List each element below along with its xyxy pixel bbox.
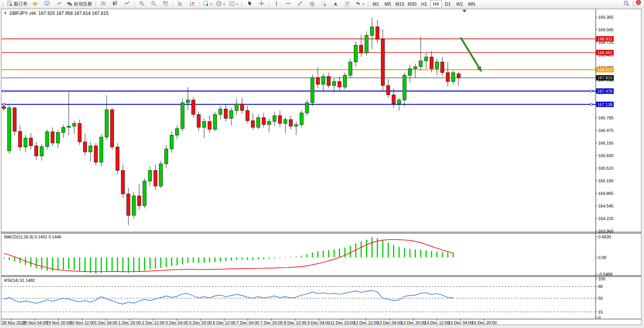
periods-button[interactable]: ▼ — [214, 0, 227, 8]
ohlc-bars-icon — [100, 0, 106, 8]
line-anchor-handle[interactable] — [3, 90, 5, 92]
svg-text:-0.5488: -0.5488 — [598, 272, 612, 277]
timeframe-mn-button[interactable]: MN — [466, 0, 477, 8]
candlestick-icon — [112, 0, 118, 8]
svg-text:15 Dec 20:00: 15 Dec 20:00 — [472, 320, 496, 325]
chart-window-frame — [2, 9, 641, 325]
zoom-in-icon — [139, 0, 145, 8]
svg-text:163.900: 163.900 — [598, 229, 613, 233]
svg-text:165.190: 165.190 — [598, 178, 613, 183]
timeframe-h4-button[interactable]: H4 — [430, 0, 442, 8]
chart-canvas[interactable]: 169.365169.045168.725168.405168.080167.7… — [0, 0, 644, 328]
svg-text:F: F — [324, 3, 326, 6]
chart-autoscroll-button[interactable] — [175, 0, 186, 8]
svg-text:166.795: 166.795 — [598, 116, 613, 120]
text-tool-icon: A — [334, 2, 337, 6]
svg-text:8 Dec 12:00: 8 Dec 12:00 — [284, 320, 306, 325]
line-chart-icon — [124, 0, 130, 8]
search-icon[interactable] — [623, 0, 630, 8]
line-anchor-handle[interactable] — [3, 103, 5, 105]
svg-text:165.510: 165.510 — [598, 166, 613, 170]
toolbar-separator — [269, 1, 269, 7]
arrow-objects-icon — [355, 0, 361, 8]
line-anchor-handle[interactable] — [590, 103, 592, 105]
text-label-tool-button[interactable]: T — [342, 0, 353, 8]
terminal-button[interactable] — [41, 0, 53, 8]
svg-text:7 Dec 20:00: 7 Dec 20:00 — [260, 320, 283, 325]
svg-text:7 Dec 04:00: 7 Dec 04:00 — [236, 320, 259, 325]
svg-text:164.225: 164.225 — [598, 216, 613, 221]
crosshair-tool-button[interactable] — [256, 0, 267, 8]
svg-text:14 Dec 12:00: 14 Dec 12:00 — [424, 320, 449, 325]
timeframe-m30-button[interactable]: M30 — [406, 0, 418, 8]
macd-indicator-label: MACD(12,26,9) 0.1451 0.1446 — [4, 235, 61, 239]
candlestick-mode-button[interactable] — [109, 0, 121, 8]
timeframe-h1-button[interactable]: H1 — [419, 0, 430, 8]
chart-symbol-period: GBPJPY-,H4 — [10, 11, 36, 16]
cursor-tool-button[interactable] — [244, 0, 255, 8]
horizontal-line-tool-button[interactable] — [283, 0, 294, 8]
notification-badge: 1 — [636, 0, 641, 5]
trendline-tool-button[interactable] — [294, 0, 306, 8]
timeframe-m15-button[interactable]: M15 — [394, 0, 406, 8]
new-chart-button[interactable]: ▼ — [201, 0, 214, 8]
line-anchor-handle[interactable] — [590, 90, 592, 92]
svg-text:E: E — [313, 4, 314, 6]
svg-text:164.865: 164.865 — [598, 191, 613, 196]
arrows-tool-button[interactable]: ▼ — [353, 0, 366, 8]
new-order-icon — [6, 0, 13, 8]
chart-shift-button[interactable] — [186, 0, 198, 8]
svg-text:11 Dec 23:00: 11 Dec 23:00 — [330, 320, 355, 325]
toolbar-grip[interactable] — [2, 2, 3, 7]
svg-text:29 Nov 04:00: 29 Nov 04:00 — [22, 320, 47, 325]
chart-menu-triangle-icon[interactable]: ▼ — [4, 12, 7, 15]
tile-windows-icon — [162, 0, 169, 8]
svg-text:0: 0 — [598, 315, 601, 320]
new-order-label: 新订单 — [14, 1, 27, 7]
text-tool-button[interactable]: A — [330, 0, 341, 8]
svg-text:168.811: 168.811 — [597, 37, 612, 41]
toolbar-grip[interactable] — [95, 2, 96, 7]
templates-button[interactable]: ▼ — [227, 0, 240, 8]
timeframe-m5-button[interactable]: M5 — [382, 0, 393, 8]
chat-notifications-button[interactable]: 1 — [632, 1, 640, 8]
vertical-line-tool-button[interactable] — [271, 0, 282, 8]
toolbar-grip[interactable] — [241, 2, 243, 7]
time-axis: 28 Nov 202229 Nov 04:0029 Nov 20:0030 No… — [2, 319, 497, 325]
svg-text:167.138: 167.138 — [597, 102, 613, 107]
chart-symbol-button[interactable] — [29, 0, 41, 8]
trendline-icon — [297, 0, 303, 8]
zoom-in-button[interactable] — [136, 0, 148, 8]
timeframe-w1-button[interactable]: W1 — [454, 0, 466, 8]
timeframe-d1-button[interactable]: D1 — [442, 0, 454, 8]
template-icon — [229, 0, 235, 8]
tester-sonar-icon — [56, 0, 62, 8]
dropdown-caret-icon: ▼ — [362, 3, 365, 5]
svg-text:0.00: 0.00 — [598, 255, 606, 260]
cursor-icon — [247, 0, 253, 8]
bar-chart-mode-button[interactable] — [98, 0, 109, 8]
auto-trading-button[interactable]: 自动交易 — [65, 0, 93, 8]
line-chart-mode-button[interactable] — [121, 0, 133, 8]
svg-text:2 Dec 12:00: 2 Dec 12:00 — [142, 320, 164, 325]
strategy-tester-button[interactable] — [53, 0, 64, 8]
svg-text:15 Dec 04:00: 15 Dec 04:00 — [448, 320, 473, 325]
equidistant-channel-icon: E — [309, 0, 315, 8]
svg-text:166.475: 166.475 — [598, 128, 613, 133]
timeframe-m1-button[interactable]: M1 — [370, 0, 382, 8]
text-label-icon: T — [345, 2, 350, 7]
svg-text:166.150: 166.150 — [598, 141, 613, 145]
svg-text:164.545: 164.545 — [598, 204, 613, 208]
toolbar-grip[interactable] — [368, 2, 369, 7]
channel-tool-button[interactable]: E — [306, 0, 318, 8]
svg-text:5 Dec 04:00: 5 Dec 04:00 — [165, 320, 188, 325]
new-order-button[interactable]: 新订单 — [5, 0, 29, 8]
svg-text:1 Dec 20:00: 1 Dec 20:00 — [118, 320, 141, 325]
zoom-out-button[interactable] — [148, 0, 159, 8]
svg-text:169.365: 169.365 — [598, 15, 613, 19]
svg-text:29 Nov 20:00: 29 Nov 20:00 — [46, 320, 71, 325]
svg-text:80: 80 — [598, 284, 603, 289]
fibonacci-tool-button[interactable]: F — [318, 0, 329, 8]
chart-shift-icon — [189, 0, 195, 8]
tile-windows-button[interactable] — [160, 0, 171, 8]
